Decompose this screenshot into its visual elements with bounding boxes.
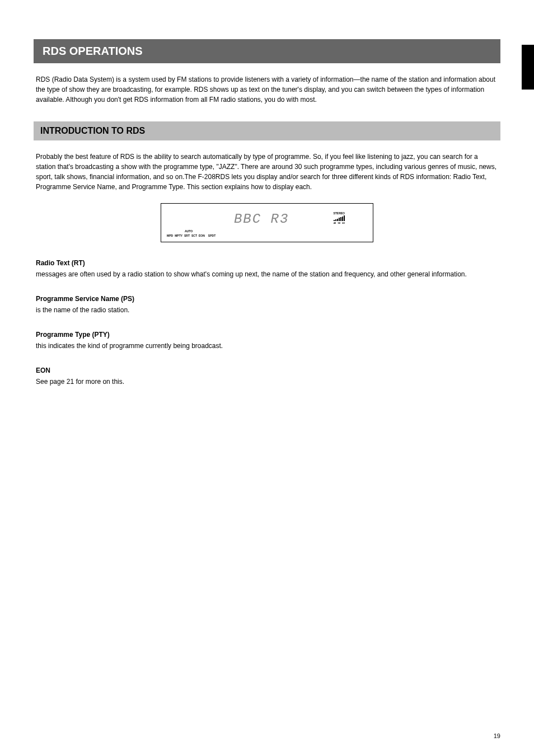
lcd-stereo-label: STEREO [333,212,345,215]
lcd-indicator: SCT [191,234,197,237]
lcd-signal-strength-bars [334,215,345,221]
lcd-signal-label: 60 [342,222,344,224]
lcd-signal-label: 50 [338,222,340,224]
feature-desc: messages are often used by a radio stati… [36,269,498,279]
feature-desc: this indicates the kind of programme cur… [36,341,498,351]
feature-title: Radio Text (RT) [36,259,498,267]
feature-title: Programme Service Name (PS) [36,295,498,303]
feature-item: EON See page 21 for more on this. [36,367,498,387]
feature-list: Radio Text (RT) messages are often used … [34,259,500,387]
page-number: 19 [494,732,500,739]
lcd-indicator: MPTY [175,234,182,237]
lcd-signal-labels: 40 50 60 [334,222,345,224]
page-header-bar: RDS OPERATIONS [34,39,500,63]
page-side-tab [522,45,534,90]
lcd-indicator: EON [199,234,205,237]
section-description: Probably the best feature of RDS is the … [34,152,500,192]
lcd-stereo-block: STEREO 40 50 60 [333,212,345,224]
feature-title: EON [36,367,498,374]
section-header-title: INTRODUCTION TO RDS [40,126,494,136]
lcd-station-name: BBC R3 [234,212,289,227]
lcd-indicator-row: MPD MPTY SRT SCT EON SPDT [167,234,216,237]
lcd-auto-indicator: AUTO [185,229,193,233]
feature-item: Programme Service Name (PS) is the name … [36,295,498,315]
lcd-signal-label: 40 [334,222,336,224]
feature-item: Programme Type (PTY) this indicates the … [36,331,498,351]
section-header-bar: INTRODUCTION TO RDS [34,121,500,140]
lcd-indicator: SRT [184,234,190,237]
feature-desc: See page 21 for more on this. [36,377,498,387]
feature-title: Programme Type (PTY) [36,331,498,339]
lcd-indicator: SPDT [208,234,216,237]
intro-paragraph: RDS (Radio Data System) is a system used… [34,74,500,105]
lcd-display-illustration: BBC R3 AUTO MPD MPTY SRT SCT EON SPDT ST… [161,203,373,242]
feature-desc: is the name of the radio station. [36,305,498,315]
page-header-title: RDS OPERATIONS [43,45,491,58]
feature-item: Radio Text (RT) messages are often used … [36,259,498,279]
lcd-indicator: MPD [167,234,173,237]
